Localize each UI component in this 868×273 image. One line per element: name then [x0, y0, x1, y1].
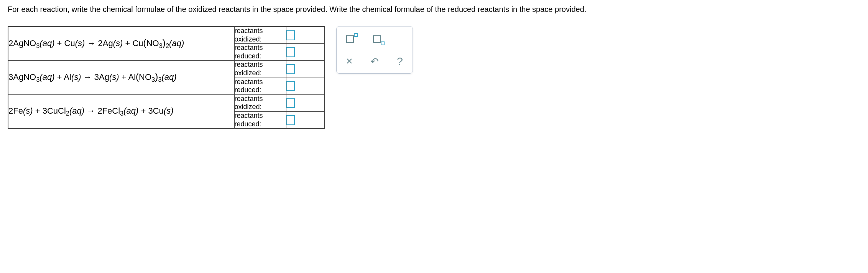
reaction-3-reduced-label: reactants reduced: [234, 111, 286, 129]
help-icon[interactable] [395, 56, 405, 66]
reaction-1-reduced-input-cell [286, 44, 324, 61]
reaction-2-equation: 3AgNO3(aq) + Al(s) → 3Ag(s) + Al(NO3)3(a… [8, 61, 234, 94]
table-row: 2AgNO3(aq) + Cu(s) → 2Ag(s) + Cu(NO3)2(a… [8, 26, 324, 44]
reaction-3-oxidized-label: reactants oxidized: [234, 94, 286, 111]
reaction-1-oxidized-input[interactable] [286, 30, 295, 40]
reactions-table: 2AgNO3(aq) + Cu(s) → 2Ag(s) + Cu(NO3)2(a… [8, 26, 325, 129]
reaction-1-oxidized-label: reactants oxidized: [234, 26, 286, 44]
reaction-3-reduced-input[interactable] [286, 115, 295, 125]
reaction-2-reduced-input-cell [286, 78, 324, 94]
reaction-2-oxidized-input-cell [286, 61, 324, 78]
instructions-text: For each reaction, write the chemical fo… [8, 4, 860, 15]
reaction-1-equation: 2AgNO3(aq) + Cu(s) → 2Ag(s) + Cu(NO3)2(a… [8, 26, 234, 61]
reaction-2-reduced-input[interactable] [286, 81, 295, 91]
superscript-tool[interactable] [344, 33, 356, 45]
main-row: 2AgNO3(aq) + Cu(s) → 2Ag(s) + Cu(NO3)2(a… [8, 26, 860, 129]
subscript-tool[interactable] [371, 33, 383, 45]
reaction-3-oxidized-input[interactable] [286, 98, 295, 108]
toolbox [336, 26, 413, 74]
reaction-2-oxidized-label: reactants oxidized: [234, 61, 286, 78]
undo-icon[interactable] [370, 56, 380, 66]
reaction-1-reduced-label: reactants reduced: [234, 44, 286, 61]
close-icon[interactable] [344, 56, 354, 66]
reaction-3-oxidized-input-cell [286, 94, 324, 111]
reaction-2-reduced-label: reactants reduced: [234, 78, 286, 94]
reaction-2-oxidized-input[interactable] [286, 64, 295, 74]
reaction-1-reduced-input[interactable] [286, 47, 295, 57]
reaction-3-reduced-input-cell [286, 111, 324, 129]
table-row: 2Fe(s) + 3CuCl2(aq) → 2FeCl3(aq) + 3Cu(s… [8, 94, 324, 111]
reaction-3-equation: 2Fe(s) + 3CuCl2(aq) → 2FeCl3(aq) + 3Cu(s… [8, 94, 234, 129]
reaction-1-oxidized-input-cell [286, 26, 324, 44]
table-row: 3AgNO3(aq) + Al(s) → 3Ag(s) + Al(NO3)3(a… [8, 61, 324, 78]
